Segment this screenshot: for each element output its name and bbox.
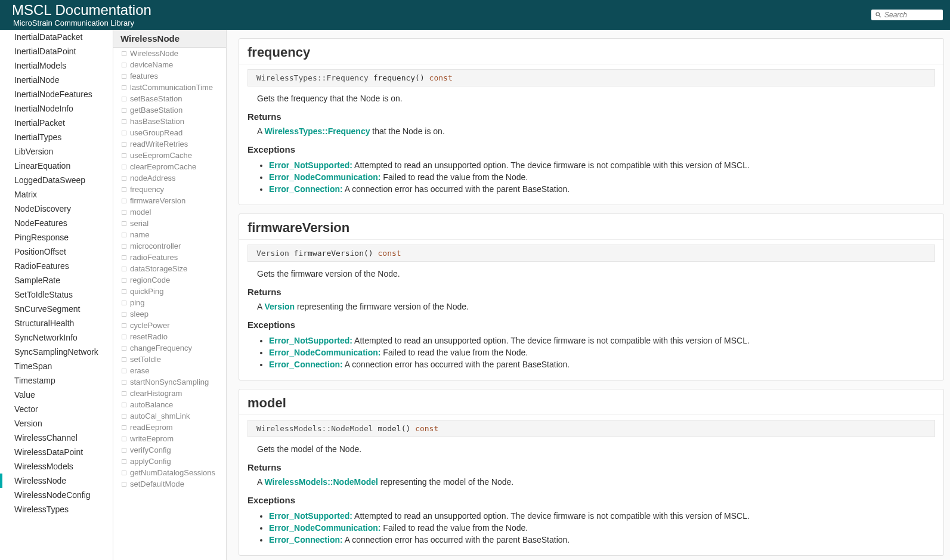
error-link[interactable]: Error_NotSupported: xyxy=(269,511,352,521)
secondary-nav-label: frequency xyxy=(130,185,164,194)
type-link[interactable]: Version xyxy=(264,302,295,311)
primary-nav-item[interactable]: InertialNodeFeatures xyxy=(0,87,113,101)
primary-nav-item[interactable]: NodeDiscovery xyxy=(0,202,113,216)
secondary-nav-item[interactable]: features xyxy=(113,70,226,82)
secondary-nav-item[interactable]: resetRadio xyxy=(113,331,226,342)
primary-nav-item[interactable]: Matrix xyxy=(0,187,113,202)
error-link[interactable]: Error_Connection: xyxy=(269,184,343,194)
code-signature: WirelessTypes::Frequency frequency() con… xyxy=(247,69,935,86)
secondary-nav-item[interactable]: frequency xyxy=(113,184,226,195)
secondary-nav-item[interactable]: autoCal_shmLink xyxy=(113,410,226,422)
secondary-nav-item[interactable]: lastCommunicationTime xyxy=(113,82,226,93)
primary-nav-item[interactable]: InertialTypes xyxy=(0,130,113,144)
secondary-nav-item[interactable]: sleep xyxy=(113,308,226,320)
primary-nav-item[interactable]: TimeSpan xyxy=(0,359,113,373)
error-link[interactable]: Error_Connection: xyxy=(269,360,343,369)
primary-nav-item[interactable]: InertialNode xyxy=(0,73,113,87)
secondary-nav-label: sleep xyxy=(130,310,148,318)
secondary-nav-item[interactable]: radioFeatures xyxy=(113,252,226,263)
page-header: MSCL Documentation MicroStrain Communica… xyxy=(0,0,950,30)
section-title: firmwareVersion xyxy=(239,214,943,240)
error-link[interactable]: Error_NotSupported: xyxy=(269,336,352,345)
primary-nav-item[interactable]: PositionOffset xyxy=(0,245,113,259)
page-title: MSCL Documentation xyxy=(12,3,938,17)
bullet-icon xyxy=(122,357,126,362)
bullet-icon xyxy=(122,221,126,226)
secondary-nav-item[interactable]: microcontroller xyxy=(113,240,226,252)
secondary-nav-label: lastCommunicationTime xyxy=(130,83,213,92)
error-link[interactable]: Error_NodeCommunication: xyxy=(269,348,380,357)
secondary-nav-item[interactable]: nodeAddress xyxy=(113,172,226,184)
secondary-nav-item[interactable]: WirelessNode xyxy=(113,48,226,59)
primary-nav-item[interactable]: WirelessTypes xyxy=(0,502,113,516)
secondary-nav-item[interactable]: setDefaultMode xyxy=(113,478,226,490)
primary-nav-item[interactable]: SampleRate xyxy=(0,273,113,287)
error-link[interactable]: Error_NotSupported: xyxy=(269,160,352,170)
primary-nav-item[interactable]: SetToIdleStatus xyxy=(0,287,113,302)
secondary-nav-item[interactable]: clearEepromCache xyxy=(113,161,226,172)
secondary-nav-item[interactable]: readEeprom xyxy=(113,422,226,433)
secondary-nav-item[interactable]: getNumDatalogSessions xyxy=(113,467,226,478)
primary-nav-item[interactable]: Timestamp xyxy=(0,373,113,388)
error-link[interactable]: Error_NodeCommunication: xyxy=(269,172,380,182)
search-box[interactable] xyxy=(871,10,943,20)
primary-nav-item[interactable]: SyncNetworkInfo xyxy=(0,330,113,345)
secondary-nav-item[interactable]: autoBalance xyxy=(113,399,226,410)
secondary-nav-item[interactable]: getBaseStation xyxy=(113,104,226,116)
secondary-nav-item[interactable]: name xyxy=(113,229,226,240)
type-link[interactable]: WirelessModels::NodeModel xyxy=(264,477,377,487)
secondary-nav-item[interactable]: useGroupRead xyxy=(113,127,226,138)
primary-nav-item[interactable]: LibVersion xyxy=(0,144,113,159)
secondary-nav-item[interactable]: ping xyxy=(113,297,226,308)
search-input[interactable] xyxy=(884,11,938,19)
secondary-nav-item[interactable]: erase xyxy=(113,365,226,376)
secondary-nav-item[interactable]: setToIdle xyxy=(113,354,226,365)
primary-nav-item[interactable]: InertialModels xyxy=(0,58,113,73)
secondary-nav-item[interactable]: verifyConfig xyxy=(113,444,226,456)
secondary-nav-item[interactable]: serial xyxy=(113,218,226,229)
primary-nav-item[interactable]: RadioFeatures xyxy=(0,259,113,273)
primary-nav-item[interactable]: SnCurveSegment xyxy=(0,302,113,316)
secondary-nav-item[interactable]: readWriteRetries xyxy=(113,138,226,150)
error-link[interactable]: Error_NodeCommunication: xyxy=(269,523,380,533)
secondary-nav-item[interactable]: regionCode xyxy=(113,274,226,286)
secondary-nav-item[interactable]: dataStorageSize xyxy=(113,263,226,274)
primary-nav-item[interactable]: PingResponse xyxy=(0,230,113,245)
primary-nav-item[interactable]: Value xyxy=(0,388,113,402)
type-link[interactable]: WirelessTypes::Frequency xyxy=(264,126,370,136)
primary-nav-item[interactable]: WirelessChannel xyxy=(0,431,113,445)
secondary-nav-item[interactable]: useEepromCache xyxy=(113,150,226,161)
secondary-nav-label: readWriteRetries xyxy=(130,140,188,148)
secondary-nav-item[interactable]: startNonSyncSampling xyxy=(113,376,226,388)
primary-nav-item[interactable]: Vector xyxy=(0,402,113,416)
secondary-nav-label: autoCal_shmLink xyxy=(130,412,190,420)
primary-nav-item[interactable]: NodeFeatures xyxy=(0,216,113,230)
primary-nav-item[interactable]: WirelessNodeConfig xyxy=(0,488,113,502)
secondary-nav-item[interactable]: changeFrequency xyxy=(113,342,226,354)
primary-nav-item[interactable]: StructuralHealth xyxy=(0,316,113,330)
secondary-nav-item[interactable]: quickPing xyxy=(113,286,226,297)
primary-nav-item[interactable]: Version xyxy=(0,416,113,431)
secondary-nav-item[interactable]: hasBaseStation xyxy=(113,116,226,127)
secondary-nav-item[interactable]: deviceName xyxy=(113,59,226,70)
secondary-nav-item[interactable]: writeEeprom xyxy=(113,433,226,444)
secondary-nav-item[interactable]: applyConfig xyxy=(113,456,226,467)
primary-nav-item[interactable]: InertialNodeInfo xyxy=(0,101,113,116)
primary-nav-item[interactable]: InertialPacket xyxy=(0,116,113,130)
primary-nav-item[interactable]: SyncSamplingNetwork xyxy=(0,345,113,359)
primary-nav-item[interactable]: LoggedDataSweep xyxy=(0,173,113,187)
secondary-nav-item[interactable]: clearHistogram xyxy=(113,388,226,399)
primary-nav-item[interactable]: InertialDataPoint xyxy=(0,44,113,58)
secondary-nav-item[interactable]: cyclePower xyxy=(113,320,226,331)
exception-item: Error_NodeCommunication: Failed to read … xyxy=(269,346,935,358)
primary-nav-item[interactable]: WirelessDataPoint xyxy=(0,445,113,459)
error-link[interactable]: Error_Connection: xyxy=(269,535,343,544)
secondary-nav-item[interactable]: model xyxy=(113,206,226,218)
secondary-nav-label: quickPing xyxy=(130,287,163,296)
secondary-nav-item[interactable]: setBaseStation xyxy=(113,93,226,104)
primary-nav-item[interactable]: WirelessNode xyxy=(0,474,113,488)
primary-nav-item[interactable]: InertialDataPacket xyxy=(0,30,113,44)
secondary-nav-item[interactable]: firmwareVersion xyxy=(113,195,226,206)
primary-nav-item[interactable]: WirelessModels xyxy=(0,459,113,474)
primary-nav-item[interactable]: LinearEquation xyxy=(0,159,113,173)
